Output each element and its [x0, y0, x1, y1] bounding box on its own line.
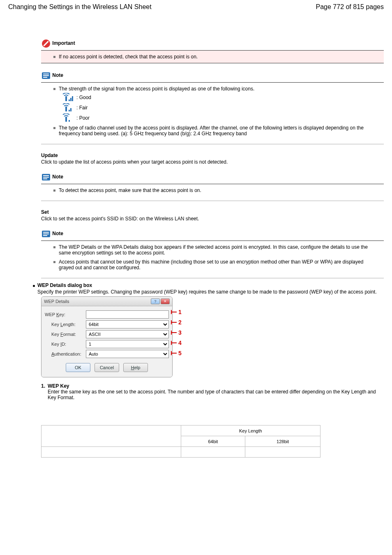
wep-dialog: WEP Details ? ✕ WEP Key: Key Length: 64b… [41, 296, 173, 377]
set-label: Set [41, 209, 384, 215]
divider [41, 278, 384, 278]
svg-rect-16 [43, 175, 49, 176]
note2-text: To detect the access point, make sure th… [59, 187, 201, 193]
svg-rect-10 [65, 106, 67, 111]
auth-select[interactable]: Auto [86, 350, 169, 358]
note1-label: Note [52, 72, 63, 78]
bullet-icon [53, 56, 55, 58]
item-1-label: WEP Key [48, 383, 384, 389]
callout-2: 2 [172, 319, 182, 326]
callout-tick-icon [172, 312, 177, 312]
svg-rect-22 [43, 235, 47, 236]
signal-poor-icon [62, 113, 73, 123]
note1-channel-text: The type of radio channel used by the ac… [59, 125, 380, 136]
table-header-64: 64bit [181, 436, 245, 447]
svg-rect-20 [43, 232, 49, 233]
bullet-icon [53, 246, 55, 248]
note2-body: To detect the access point, make sure th… [41, 184, 384, 197]
callout-3: 3 [172, 329, 182, 336]
svg-rect-4 [43, 75, 49, 76]
note1-channel-row: The type of radio channel used by the ac… [53, 125, 380, 136]
page-title-right: Page 772 of 815 pages [316, 3, 384, 11]
update-block: Update Click to update the list of acces… [41, 153, 384, 165]
item-1-desc: Enter the same key as the one set to the… [48, 389, 384, 400]
keyformat-select[interactable]: ASCII [86, 330, 169, 338]
note3-item-1: The WEP Details or the WPA Details dialo… [53, 244, 380, 256]
svg-rect-8 [70, 98, 71, 101]
cancel-button[interactable]: Cancel [95, 363, 119, 372]
signal-good-label: : Good [76, 95, 91, 100]
important-label: Important [52, 40, 75, 46]
bullet-icon [53, 88, 55, 90]
note-icon [41, 71, 51, 81]
wep-intro: Specify the printer WEP settings. Changi… [37, 289, 377, 295]
bullet-icon [53, 127, 55, 129]
important-text: If no access point is detected, check th… [59, 54, 198, 60]
signal-good-icon [62, 93, 73, 102]
set-block: Set Click to set the access point's SSID… [41, 209, 384, 222]
svg-rect-18 [43, 178, 47, 179]
wep-dialog-body: WEP Key: Key Length: 64bit Key Format: A… [42, 306, 172, 377]
table-header-keylength: Key Length [181, 426, 321, 436]
wep-heading-row: WEP Details dialog box Specify the print… [33, 282, 384, 295]
important-body: If no access point is detected, check th… [41, 50, 384, 63]
svg-rect-12 [70, 108, 71, 111]
signal-poor-label: : Poor [76, 115, 90, 121]
note1-strength-text: The strength of the signal from the acce… [59, 86, 254, 92]
wep-dialog-title: WEP Details [44, 299, 69, 304]
note-icon [41, 172, 51, 182]
svg-rect-17 [43, 177, 49, 178]
keylength-select[interactable]: 64bit [86, 320, 169, 328]
callout-tick-icon [172, 322, 177, 323]
bullet-dot-icon [33, 285, 35, 287]
update-label: Update [41, 153, 384, 158]
auth-label: Authentication: [51, 352, 83, 356]
svg-rect-9 [72, 96, 73, 101]
table-row: Key Length [42, 426, 321, 436]
signal-fair-icon [62, 103, 73, 112]
help-button[interactable]: Help [123, 363, 148, 372]
note3-text-2: Access points that cannot be used by thi… [59, 259, 380, 271]
note3-item-2: Access points that cannot be used by thi… [53, 259, 380, 271]
window-controls: ? ✕ [151, 298, 170, 304]
ok-button[interactable]: OK [66, 363, 90, 372]
window-close-button[interactable]: ✕ [161, 298, 170, 304]
keyid-label: Key ID: [51, 342, 83, 347]
svg-rect-13 [65, 117, 67, 122]
item-1: 1. WEP Key Enter the same key as the one… [41, 383, 384, 400]
svg-rect-5 [43, 77, 47, 78]
wep-dialog-wrap: WEP Details ? ✕ WEP Key: Key Length: 64b… [41, 296, 384, 377]
svg-rect-3 [43, 74, 49, 74]
auth-row: Authentication: Auto [51, 350, 169, 358]
signal-good-row: : Good [62, 93, 380, 102]
svg-rect-14 [69, 120, 70, 122]
callout-5: 5 [172, 350, 182, 356]
note1-body: The strength of the signal from the acce… [41, 83, 384, 140]
svg-rect-6 [65, 96, 67, 101]
keyformat-row: Key Format: ASCII [51, 330, 169, 338]
note2-header: Note [41, 172, 384, 182]
note-icon [41, 229, 51, 239]
divider [41, 201, 384, 201]
svg-rect-11 [69, 110, 70, 111]
wepkey-input[interactable] [86, 310, 169, 319]
keyid-select[interactable]: 1 [86, 340, 169, 348]
set-desc: Click to set the access point's SSID in … [41, 216, 384, 222]
bullet-icon [53, 190, 55, 192]
table-header-128: 128bit [245, 436, 321, 447]
callout-tick-icon [172, 342, 177, 343]
keylength-row: Key Length: 64bit [51, 320, 169, 328]
note1-strength-row: The strength of the signal from the acce… [53, 86, 380, 92]
svg-rect-7 [69, 99, 70, 101]
important-header: Important [41, 39, 384, 49]
window-help-button[interactable]: ? [151, 298, 160, 304]
table-row [42, 447, 321, 458]
callout-4: 4 [172, 340, 182, 346]
signal-fair-row: : Fair [62, 103, 380, 112]
update-desc: Click to update the list of access point… [41, 159, 384, 165]
callout-tick-icon [172, 332, 177, 333]
wep-heading: WEP Details dialog box [37, 282, 377, 288]
wep-dialog-buttons: OK Cancel Help [45, 360, 169, 374]
note1-header: Note [41, 71, 384, 81]
prohibit-icon [41, 39, 51, 49]
